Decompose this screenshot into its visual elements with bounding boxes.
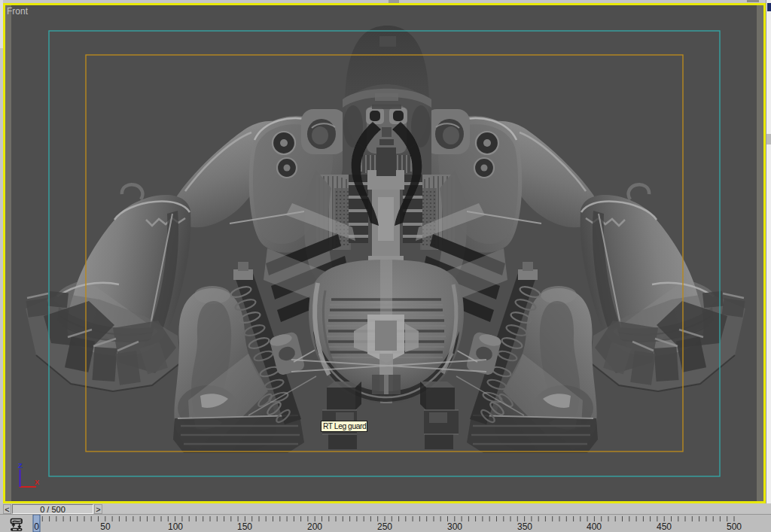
svg-text:50: 50 [100, 521, 111, 532]
svg-text:150: 150 [237, 521, 252, 532]
svg-text:350: 350 [517, 521, 532, 532]
svg-text:Z: Z [18, 462, 23, 470]
svg-text:0: 0 [34, 521, 39, 532]
svg-text:X: X [35, 479, 39, 486]
svg-text:400: 400 [587, 521, 602, 532]
svg-text:500: 500 [727, 521, 742, 532]
svg-text:250: 250 [377, 521, 392, 532]
svg-text:300: 300 [447, 521, 462, 532]
svg-text:200: 200 [307, 521, 322, 532]
svg-text:450: 450 [657, 521, 672, 532]
svg-text:100: 100 [168, 521, 183, 532]
